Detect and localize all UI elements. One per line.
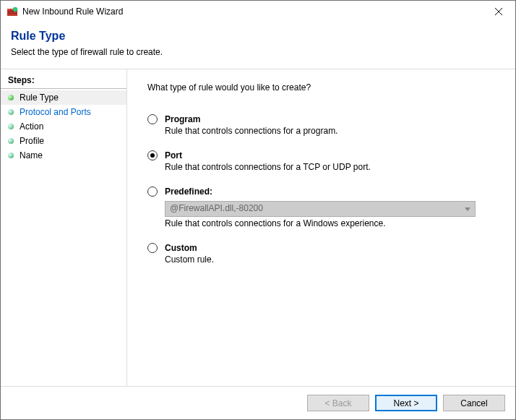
step-label: Action [20,121,43,132]
step-label: Rule Type [20,93,59,103]
page-subtitle: Select the type of firewall rule to crea… [11,47,505,57]
steps-sidebar: Steps: Rule Type Protocol and Ports Acti… [1,69,127,386]
option-custom-label: Custom [165,243,197,253]
bullet-icon [8,124,14,129]
page-title: Rule Type [11,30,505,43]
radio-custom[interactable] [147,243,158,253]
main-panel: What type of rule would you like to crea… [127,69,515,386]
svg-rect-7 [12,12,13,13]
svg-point-8 [13,7,17,12]
step-name[interactable]: Name [1,148,126,163]
bullet-icon [8,95,14,100]
step-rule-type[interactable]: Rule Type [1,90,126,105]
wizard-content: Steps: Rule Type Protocol and Ports Acti… [1,69,515,386]
wizard-footer: < Back Next > Cancel [1,386,515,419]
back-button: < Back [307,395,369,411]
radio-port[interactable] [147,150,158,160]
option-program-label: Program [165,114,200,124]
window-title: New Inbound Rule Wizard [22,7,482,17]
step-label: Protocol and Ports [20,107,91,117]
option-predefined-desc: Rule that controls connections for a Win… [165,218,386,228]
step-action[interactable]: Action [1,119,126,134]
close-button[interactable] [482,1,515,22]
step-label: Profile [20,136,44,146]
rule-type-options: Program Rule that controls connections f… [147,114,495,265]
option-custom-desc: Custom rule. [165,254,214,265]
spacer [147,265,495,379]
option-program: Program Rule that controls connections f… [147,114,495,136]
titlebar: New Inbound Rule Wizard [1,1,515,22]
bullet-icon [8,153,14,158]
svg-rect-3 [7,13,17,14]
option-predefined: Predefined: @FirewallAPI.dll,-80200 Rule… [147,187,495,228]
firewall-icon [7,6,18,17]
radio-predefined[interactable] [147,187,158,197]
option-port-desc: Rule that controls connections for a TCP… [165,162,371,172]
option-predefined-label: Predefined: [165,187,212,197]
option-custom: Custom Custom rule. [147,243,495,265]
svg-rect-6 [9,12,9,13]
svg-rect-4 [10,9,11,11]
option-program-row[interactable]: Program [147,114,200,124]
close-icon [495,8,502,15]
step-label: Name [20,150,43,160]
option-program-desc: Rule that controls connections for a pro… [165,126,337,136]
bullet-icon [8,109,14,115]
next-button[interactable]: Next > [375,395,437,411]
option-port: Port Rule that controls connections for … [147,150,495,172]
step-profile[interactable]: Profile [1,134,126,148]
cancel-button[interactable]: Cancel [443,395,505,411]
option-custom-row[interactable]: Custom [147,243,197,253]
wizard-header: Rule Type Select the type of firewall ru… [1,22,515,69]
prompt-text: What type of rule would you like to crea… [147,82,495,93]
option-port-label: Port [165,150,182,160]
bullet-icon [8,138,14,144]
option-predefined-row[interactable]: Predefined: [147,187,212,197]
predefined-combo: @FirewallAPI.dll,-80200 [165,201,476,217]
radio-program[interactable] [147,114,158,124]
wizard-window: New Inbound Rule Wizard Rule Type Select… [0,0,516,420]
steps-heading: Steps: [1,74,126,89]
option-port-row[interactable]: Port [147,150,182,160]
step-protocol-and-ports[interactable]: Protocol and Ports [1,105,126,119]
